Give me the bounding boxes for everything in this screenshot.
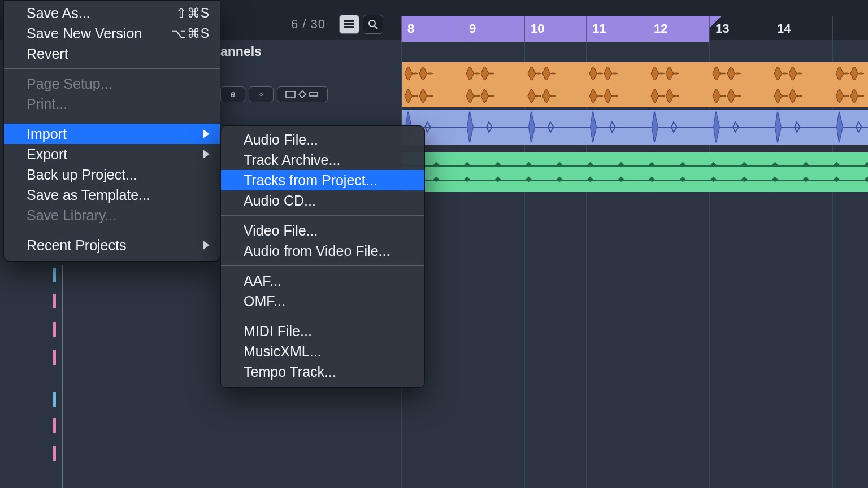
menu-item-label: MusicXML... (244, 343, 322, 360)
menu-item-label: Audio CD... (244, 193, 316, 209)
menu-shortcut: ⌥⌘S (171, 26, 210, 41)
submenu-item-tempo-track[interactable]: Tempo Track... (221, 361, 424, 382)
menu-item-label: Audio File... (244, 132, 318, 148)
svg-rect-0 (344, 20, 354, 22)
menu-item-label: Page Setup... (27, 76, 112, 92)
submenu-item-audio-from-video[interactable]: Audio from Video File... (221, 241, 424, 261)
submenu-arrow-icon (203, 129, 210, 138)
track-toolbar-chips: e ○ (220, 86, 328, 103)
submenu-item-omf[interactable]: OMF... (221, 291, 424, 311)
submenu-item-audio-file[interactable]: Audio File... (221, 129, 424, 150)
menu-item-label: OMF... (244, 293, 285, 310)
menu-item-label: Back up Project... (27, 167, 137, 183)
chip-dot-icon[interactable]: ○ (249, 86, 274, 102)
ruler-bar[interactable]: 10 (524, 16, 586, 42)
marker-pin[interactable] (53, 268, 56, 282)
channel-counter: 6 / 30 (291, 17, 326, 32)
svg-rect-13 (402, 152, 868, 192)
menu-item-label: Save Library... (27, 207, 116, 224)
menu-item-label: Save New Version (27, 25, 142, 42)
menu-item-label: Tracks from Project... (244, 172, 377, 189)
svg-point-3 (369, 20, 375, 27)
menu-item-label: Save As... (27, 5, 90, 21)
menu-item-save-as-template[interactable]: Save as Template... (4, 185, 220, 205)
menu-separator (4, 119, 220, 119)
svg-rect-7 (402, 64, 868, 83)
svg-rect-5 (286, 91, 295, 97)
ruler-bar[interactable]: 13 (709, 16, 771, 42)
channels-label-fragment: annels (220, 44, 262, 59)
menu-item-label: Import (27, 126, 67, 142)
svg-line-4 (375, 26, 377, 29)
menu-separator (4, 230, 220, 230)
menu-item-label: Track Archive... (244, 152, 340, 168)
midi-clip-keys[interactable] (402, 152, 868, 192)
svg-rect-2 (344, 26, 354, 28)
marker-pin[interactable] (53, 446, 56, 461)
audio-clip-drums-2[interactable] (402, 85, 868, 107)
svg-rect-10 (402, 110, 868, 145)
submenu-item-video-file[interactable]: Video File... (221, 220, 424, 241)
menu-item-label: Print... (27, 96, 67, 112)
menu-separator (221, 215, 424, 216)
menu-item-backup-project[interactable]: Back up Project... (4, 164, 220, 185)
menu-separator (4, 68, 220, 69)
submenu-item-midi-file[interactable]: MIDI File... (221, 321, 424, 341)
marker-pin[interactable] (53, 322, 56, 337)
menu-item-save-new-version[interactable]: Save New Version ⌥⌘S (4, 23, 220, 43)
menu-item-import[interactable]: Import (4, 124, 220, 144)
menu-item-export[interactable]: Export (4, 144, 220, 164)
marker-pin[interactable] (53, 294, 56, 308)
menu-item-save-as[interactable]: Save As... ⇧⌘S (4, 3, 220, 23)
menu-item-print: Print... (4, 94, 220, 114)
menu-item-label: Video File... (244, 223, 318, 239)
menu-item-recent-projects[interactable]: Recent Projects (4, 235, 220, 255)
ruler-bar[interactable]: 14 (771, 16, 832, 42)
submenu-item-track-archive[interactable]: Track Archive... (221, 150, 424, 170)
menu-item-revert[interactable]: Revert (4, 43, 220, 64)
menu-separator (221, 265, 424, 266)
ruler-bar[interactable]: 11 (586, 16, 648, 42)
menu-item-page-setup: Page Setup... (4, 73, 220, 94)
menu-item-label: AAF... (244, 273, 281, 289)
menu-item-label: MIDI File... (244, 323, 312, 339)
submenu-item-musicxml[interactable]: MusicXML... (221, 341, 424, 361)
menu-shortcut: ⇧⌘S (176, 6, 210, 21)
chip-crossfade-icon[interactable] (277, 86, 328, 102)
menu-item-label: Recent Projects (27, 237, 126, 254)
menu-item-label: Tempo Track... (244, 364, 336, 380)
marker-strip (49, 265, 76, 488)
menu-separator (221, 316, 424, 316)
search-icon[interactable] (363, 15, 383, 34)
menu-item-label: Export (27, 146, 67, 163)
marker-pin[interactable] (53, 392, 56, 407)
timeline-ruler[interactable]: 8 9 10 11 12 13 14 (401, 16, 868, 42)
import-submenu[interactable]: Audio File... Track Archive... Tracks fr… (220, 125, 425, 388)
menu-item-label: Revert (27, 46, 68, 62)
submenu-arrow-icon (203, 150, 210, 159)
submenu-arrow-icon (203, 241, 210, 250)
submenu-item-tracks-from-project[interactable]: Tracks from Project... (221, 170, 424, 190)
timeline-area[interactable] (399, 42, 868, 488)
menu-item-label: Save as Template... (27, 187, 150, 203)
marker-pin[interactable] (53, 350, 56, 365)
audio-clip-drums-1[interactable] (402, 62, 868, 85)
file-menu[interactable]: Save As... ⇧⌘S Save New Version ⌥⌘S Reve… (3, 0, 220, 262)
menu-item-label: Audio from Video File... (244, 243, 390, 259)
menu-item-save-library: Save Library... (4, 205, 220, 225)
submenu-item-aaf[interactable]: AAF... (221, 271, 424, 291)
svg-rect-6 (310, 93, 318, 96)
audio-clip-bass[interactable] (402, 110, 868, 145)
ruler-bar[interactable]: 12 (648, 16, 709, 42)
svg-rect-8 (402, 86, 868, 106)
ruler-bar[interactable]: 9 (463, 16, 524, 42)
list-view-icon[interactable] (339, 15, 359, 34)
svg-rect-1 (344, 23, 354, 25)
submenu-item-audio-cd[interactable]: Audio CD... (221, 190, 424, 211)
ruler-bar[interactable] (832, 16, 868, 42)
marker-pin[interactable] (53, 418, 56, 433)
ruler-bar[interactable]: 8 (401, 16, 463, 42)
chip-edit-icon[interactable]: e (220, 86, 245, 102)
